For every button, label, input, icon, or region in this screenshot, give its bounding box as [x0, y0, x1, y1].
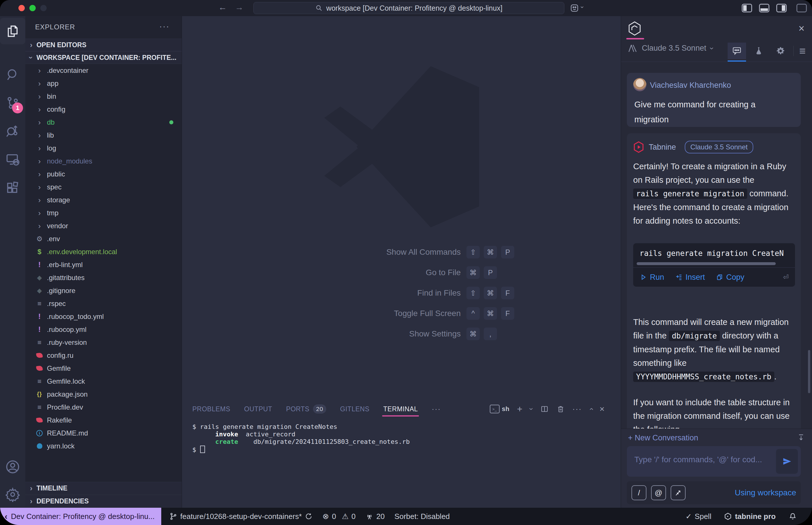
scroll-to-bottom-icon[interactable] — [797, 434, 805, 441]
maximize-panel-icon[interactable]: › — [587, 408, 594, 410]
timeline-section[interactable]: › TIMELINE — [25, 482, 182, 495]
accounts-activity-icon[interactable] — [0, 454, 25, 480]
kill-terminal-icon[interactable] — [556, 405, 565, 413]
close-traffic-light[interactable] — [18, 5, 25, 11]
copy-button[interactable]: Copy — [716, 273, 744, 282]
folder-item[interactable]: ›lib — [25, 129, 182, 141]
file-item[interactable]: ≡.rspec — [25, 297, 182, 310]
file-item[interactable]: iREADME.md — [25, 426, 182, 439]
remote-explorer-activity-icon[interactable] — [0, 146, 25, 173]
at-mention-button[interactable]: @ — [651, 485, 666, 500]
workspace-section[interactable]: › WORKSPACE [DEV CONTAINER: PROFITE... — [25, 51, 182, 64]
tabnine-status[interactable]: tabnine pro — [724, 512, 776, 521]
folder-item[interactable]: ›log — [25, 141, 182, 154]
profile-badge-icon[interactable] — [570, 3, 579, 13]
run-debug-activity-icon[interactable] — [0, 118, 25, 145]
chat-settings-button[interactable] — [771, 43, 790, 59]
chat-scrollbar[interactable] — [808, 350, 810, 393]
tab-gitlens[interactable]: GITLENS — [340, 405, 369, 413]
toggle-primary-sidebar-icon[interactable] — [742, 4, 752, 12]
folder-item[interactable]: ›spec — [25, 180, 182, 193]
chat-input-box[interactable] — [627, 446, 801, 477]
insert-button[interactable]: Insert — [675, 273, 705, 282]
file-item[interactable]: !.erb-lint.yml — [25, 258, 182, 271]
folder-item[interactable]: ›public — [25, 167, 182, 180]
file-item[interactable]: $.env.development.local — [25, 245, 182, 258]
tab-terminal[interactable]: TERMINAL — [383, 405, 418, 413]
panel-more-icon[interactable]: ··· — [573, 405, 582, 414]
minimize-traffic-light[interactable] — [29, 5, 36, 11]
tab-output[interactable]: OUTPUT — [244, 405, 272, 413]
toggle-panel-icon[interactable] — [759, 4, 769, 12]
remote-indicator[interactable]: ‹ Dev Container: Profitency @ desktop-li… — [0, 508, 161, 525]
code-snippet[interactable]: rails generate migration CreateN — [633, 243, 795, 260]
folder-item[interactable]: ›node_modules — [25, 154, 182, 167]
spell-status[interactable]: ✓Spell — [685, 512, 711, 521]
file-item[interactable]: Gemfile — [25, 362, 182, 375]
file-item[interactable]: ≡Gemfile.lock — [25, 375, 182, 388]
folder-item[interactable]: ›storage — [25, 193, 182, 206]
dependencies-section[interactable]: › DEPENDENCIES — [25, 495, 182, 507]
folder-item[interactable]: ›vendor — [25, 219, 182, 232]
file-item[interactable]: ≡Procfile.dev — [25, 401, 182, 414]
folder-item[interactable]: ›config — [25, 103, 182, 116]
close-panel-icon[interactable]: × — [600, 404, 605, 414]
settings-activity-icon[interactable] — [0, 481, 25, 508]
back-arrow-icon[interactable]: ← — [218, 2, 227, 12]
problems-status[interactable]: ⊗0 ⚠0 — [323, 512, 356, 521]
terminal-output[interactable]: $ rails generate migration CreateNotes i… — [192, 423, 410, 454]
jira-button[interactable] — [670, 485, 685, 500]
file-item[interactable]: ≡.ruby-version — [25, 336, 182, 349]
word-wrap-icon[interactable]: ⏎ — [783, 273, 789, 281]
terminal-instance[interactable]: >_sh — [490, 405, 510, 413]
git-branch-status[interactable]: feature/10268-setup-dev-containers* — [169, 512, 313, 521]
open-editors-section[interactable]: › OPEN EDITORS — [25, 39, 182, 51]
file-item[interactable]: yarn.lock — [25, 439, 182, 452]
file-item[interactable]: !.rubocop_todo.yml — [25, 310, 182, 323]
folder-item[interactable]: ›app — [25, 77, 182, 90]
terminal-dropdown-icon[interactable]: › — [528, 408, 535, 410]
chevron-down-icon[interactable]: › — [578, 6, 586, 8]
using-workspace-link[interactable]: Using workspace — [735, 488, 796, 497]
new-terminal-icon[interactable]: + — [517, 404, 522, 415]
hamburger-menu-icon[interactable]: ≡ — [797, 45, 808, 57]
panel-tabs-more-icon[interactable]: ··· — [432, 405, 441, 414]
file-item[interactable]: {}package.json — [25, 388, 182, 401]
folder-item[interactable]: ›tmp — [25, 206, 182, 219]
folder-item[interactable]: ›bin — [25, 90, 182, 103]
folder-item[interactable]: ›db — [25, 116, 182, 129]
customize-layout-icon[interactable] — [796, 4, 807, 12]
horizontal-scrollbar[interactable] — [637, 262, 776, 265]
toggle-secondary-sidebar-icon[interactable] — [776, 4, 787, 12]
chat-view-button[interactable] — [728, 43, 746, 59]
labs-button[interactable] — [750, 43, 768, 59]
search-activity-icon[interactable] — [0, 62, 25, 88]
chat-history[interactable]: Viacheslav Kharchenko Give me command fo… — [621, 62, 812, 429]
file-item[interactable]: !.rubocop.yml — [25, 323, 182, 336]
explorer-more-icon[interactable]: ··· — [159, 21, 169, 31]
run-button[interactable]: Run — [639, 273, 664, 282]
send-button[interactable] — [776, 449, 798, 474]
folder-item[interactable]: ›.devcontainer — [25, 64, 182, 77]
split-terminal-icon[interactable] — [540, 405, 549, 413]
zoom-traffic-light[interactable] — [40, 5, 47, 11]
file-item[interactable]: ⚙.env — [25, 232, 182, 245]
extensions-activity-icon[interactable] — [0, 175, 25, 201]
ports-status[interactable]: 20 — [365, 512, 385, 521]
model-selector[interactable]: Claude 3.5 Sonnet › — [628, 44, 713, 53]
forward-arrow-icon[interactable]: → — [235, 2, 243, 12]
file-item[interactable]: ◆.gitignore — [25, 284, 182, 297]
new-conversation-button[interactable]: + New Conversation — [628, 434, 698, 442]
source-control-activity-icon[interactable]: 1 — [0, 90, 25, 116]
file-item[interactable]: config.ru — [25, 349, 182, 362]
bell-icon[interactable] — [788, 512, 797, 521]
slash-command-button[interactable]: / — [632, 485, 647, 500]
tab-ports[interactable]: PORTS20 — [286, 404, 326, 414]
tabnine-logo-icon[interactable] — [628, 21, 641, 36]
tab-problems[interactable]: PROBLEMS — [192, 405, 230, 413]
chat-input[interactable] — [634, 455, 767, 465]
explorer-activity-icon[interactable] — [0, 18, 25, 44]
command-center-search[interactable]: workspace [Dev Container: Profitency @ d… — [253, 2, 564, 14]
file-item[interactable]: ◆.gitattributes — [25, 271, 182, 284]
file-item[interactable]: Rakefile — [25, 414, 182, 426]
